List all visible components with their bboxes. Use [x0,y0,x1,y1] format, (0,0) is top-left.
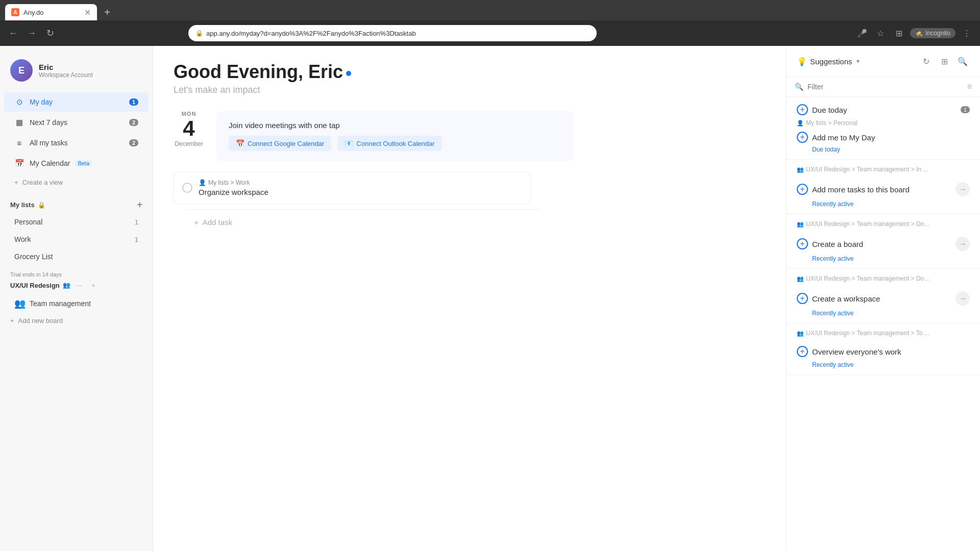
sidebar-item-calendar[interactable]: 📅 My Calendar Beta [4,154,149,173]
sidebar: E Eric Workspace Account ⊙ My day 1 ▦ Ne… [0,46,153,551]
avatar: E [10,59,33,82]
calendar-prompt-title: Join video meetings with one tap [229,121,561,130]
add-to-my-day-header: + Add me to My Day [787,129,980,146]
google-icon: 📅 [236,139,244,147]
add-due-today-button[interactable]: + [797,104,808,115]
panel-actions: ↻ ⊞ 🔍 [919,54,970,68]
add-more-tasks-button[interactable]: + [797,184,808,195]
my-lists-lock-icon: 🔒 [38,202,45,209]
user-info: Eric Workspace Account [39,63,93,79]
url-text: app.any.do/myday?d=anydo%3A%2F%2Fanydo%3… [206,30,416,37]
incognito-button[interactable]: 🕵 Incognito [910,28,955,38]
calendar-icon: 📅 [14,158,24,168]
overview-meta: Recently active [787,360,980,374]
filter-menu-icon[interactable]: ≡ [967,82,972,91]
add-list-button[interactable]: + [137,199,142,210]
sidebar-item-all-tasks[interactable]: ≡ All my tasks 2 [4,133,149,153]
personal-label: Personal [14,218,42,226]
due-today-meta: Due today [787,146,980,159]
create-board-source: 👥 UX/UI Redesign > Team management > Do.… [787,214,980,230]
list-item-grocery[interactable]: Grocery List [4,248,149,265]
calendar-connect-buttons: 📅 Connect Google Calendar 📧 Connect Outl… [229,136,561,151]
list-item-personal[interactable]: Personal 1 [4,214,149,230]
board-emoji: 👥 [14,298,26,309]
create-board-title: Create a board [812,240,863,248]
create-board-source-icon: 👥 [797,221,804,228]
workspace-add-button[interactable]: + [88,280,99,291]
connect-google-calendar-button[interactable]: 📅 Connect Google Calendar [229,136,331,151]
add-to-my-day-button[interactable]: + [797,132,808,143]
back-button[interactable]: ← [6,26,20,40]
extension2-button[interactable]: ⊞ [892,26,906,40]
incognito-label: Incognito [925,30,950,37]
filter-bar: 🔍 ≡ [787,77,980,97]
bookmark-button[interactable]: ☆ [873,26,888,40]
suggestions-list: + Due today 1 👤 My lists > Personal + Ad… [787,97,980,551]
extension-button[interactable]: 🎤 [855,26,869,40]
overview-title: Overview everyone's work [812,347,901,356]
suggestion-group-overview: 👥 UX/UI Redesign > Team management > To … [787,323,980,375]
date-block: MON 4 December Join video meetings with … [174,111,766,161]
new-tab-button[interactable]: + [99,4,115,20]
user-section: E Eric Workspace Account [0,54,153,92]
beta-badge: Beta [75,160,92,167]
overview-header: + Overview everyone's work [787,339,980,360]
greeting-string: Good Evening, Eric [174,61,343,83]
suggestion-group-due-today: + Due today 1 👤 My lists > Personal + Ad… [787,97,980,160]
work-label: Work [14,235,31,243]
source-person-icon: 👤 [797,120,804,127]
sidebar-item-my-day[interactable]: ⊙ My day 1 [4,92,149,112]
create-workspace-title: Create a workspace [812,294,880,303]
add-tasks-source: 👥 UX/UI Redesign > Team management > In … [787,160,980,175]
browser-tabs: A Any.do ✕ + [0,0,980,20]
add-board-button[interactable]: + Add new board [0,313,153,328]
month-label: December [174,140,204,147]
active-tab[interactable]: A Any.do ✕ [5,4,97,20]
suggestion-group-add-tasks: 👥 UX/UI Redesign > Team management > In … [787,160,980,214]
add-tasks-source-text: UX/UI Redesign > Team management > In ..… [806,166,928,173]
create-workspace-arrow-button[interactable]: → [955,291,970,306]
board-item-team-management[interactable]: 👥 Team management [4,294,149,313]
sidebar-item-next-7-days[interactable]: ▦ Next 7 days 2 [4,113,149,132]
address-bar[interactable]: 🔒 app.any.do/myday?d=anydo%3A%2F%2Fanydo… [188,25,597,41]
all-tasks-badge: 2 [129,139,138,146]
search-button[interactable]: 🔍 [955,54,970,68]
reload-button[interactable]: ↻ [43,26,57,40]
create-board-button[interactable]: + [797,238,808,249]
add-board-label: Add new board [18,317,63,324]
overview-add-button[interactable]: + [797,346,808,357]
filter-input[interactable] [807,83,963,91]
outlook-icon: 📧 [345,139,353,147]
create-board-arrow-button[interactable]: → [955,237,970,251]
tab-close-button[interactable]: ✕ [84,8,91,17]
due-today-source-text: My lists > Personal [806,119,857,127]
refresh-button[interactable]: ↻ [919,54,933,68]
incognito-icon: 🕵 [915,30,923,37]
layout-button[interactable]: ⊞ [937,54,951,68]
task-checkbox[interactable] [182,183,192,193]
create-workspace-button[interactable]: + [797,293,808,304]
board-label: Team management [30,299,91,308]
forward-button[interactable]: → [24,26,39,40]
workspace-people-icon: 👥 [63,282,70,289]
all-tasks-icon: ≡ [14,138,24,148]
workspace-more-button[interactable]: ⋯ [74,280,85,291]
task-item[interactable]: 👤 My lists > Work Organize workspace [174,171,531,204]
create-board-source-text: UX/UI Redesign > Team management > Do... [806,220,929,228]
add-tasks-arrow-button[interactable]: → [955,182,970,196]
my-lists-label: My lists [10,201,35,209]
create-view-button[interactable]: + Create a view [4,174,149,190]
next-7-icon: ▦ [14,117,24,128]
add-task-button[interactable]: + Add task [184,209,541,235]
list-item-work[interactable]: Work 1 [4,231,149,247]
add-to-my-day-title: Add me to My Day [812,133,875,142]
task-path: 👤 My lists > Work [199,179,522,186]
day-number: 4 [174,117,204,140]
outlook-label: Connect Outlook Calendar [356,140,434,147]
connect-outlook-calendar-button[interactable]: 📧 Connect Outlook Calendar [337,136,442,151]
my-day-badge: 1 [129,98,138,106]
create-workspace-source: 👥 UX/UI Redesign > Team management > Do.… [787,269,980,284]
subtitle-text: Let's make an impact [174,85,766,95]
menu-button[interactable]: ⋮ [960,26,974,40]
overview-source-icon: 👥 [797,330,804,337]
